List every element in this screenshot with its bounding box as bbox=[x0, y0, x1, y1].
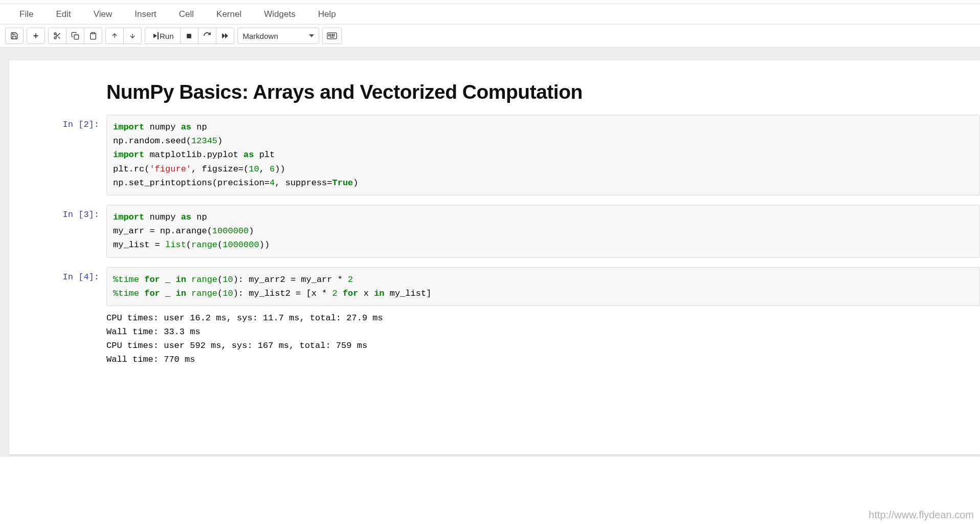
code-input[interactable]: import numpy as np np.random.seed(12345)… bbox=[106, 115, 980, 195]
plus-icon bbox=[32, 32, 39, 39]
code-input[interactable]: import numpy as np my_arr = np.arange(10… bbox=[106, 205, 980, 258]
cell-type-select[interactable]: Markdown bbox=[237, 28, 319, 44]
menu-edit[interactable]: Edit bbox=[44, 9, 82, 19]
cell-type-wrap: Markdown bbox=[237, 28, 319, 44]
edit-group bbox=[48, 28, 102, 44]
notebook-title: NumPy Basics: Arrays and Vectorized Comp… bbox=[106, 81, 980, 105]
cell-prompt: In [3]: bbox=[9, 205, 106, 258]
cell-prompt: In [2]: bbox=[9, 115, 106, 195]
code-cell-2[interactable]: In [3]: import numpy as np my_arr = np.a… bbox=[9, 205, 980, 258]
menu-help[interactable]: Help bbox=[307, 9, 347, 19]
run-icon bbox=[151, 32, 158, 39]
cell-prompt bbox=[9, 81, 106, 105]
restart-icon bbox=[203, 32, 211, 40]
svg-marker-15 bbox=[225, 33, 228, 39]
svg-point-21 bbox=[328, 35, 329, 36]
save-icon bbox=[10, 32, 18, 40]
svg-rect-8 bbox=[92, 32, 94, 34]
jupyter-logo-partial bbox=[5, 0, 31, 3]
markdown-cell[interactable]: NumPy Basics: Arrays and Vectorized Comp… bbox=[9, 81, 980, 105]
svg-rect-13 bbox=[187, 34, 191, 38]
svg-point-17 bbox=[328, 34, 329, 35]
paste-icon bbox=[89, 32, 97, 40]
menu-cell[interactable]: Cell bbox=[168, 9, 205, 19]
svg-point-22 bbox=[330, 35, 330, 36]
restart-run-all-button[interactable] bbox=[216, 28, 234, 44]
svg-point-2 bbox=[54, 33, 56, 35]
stop-icon bbox=[186, 33, 192, 39]
menu-widgets[interactable]: Widgets bbox=[253, 9, 306, 19]
cut-button[interactable] bbox=[48, 28, 66, 44]
command-palette-button[interactable] bbox=[322, 28, 342, 44]
keyboard-icon bbox=[327, 32, 337, 39]
arrow-up-icon bbox=[111, 32, 118, 39]
insert-cell-button[interactable] bbox=[27, 28, 45, 44]
move-up-button[interactable] bbox=[105, 28, 124, 44]
move-down-button[interactable] bbox=[123, 28, 142, 44]
menu-file[interactable]: File bbox=[10, 9, 44, 19]
notebook-container: NumPy Basics: Arrays and Vectorized Comp… bbox=[0, 48, 980, 457]
menu-view[interactable]: View bbox=[82, 9, 124, 19]
code-input[interactable]: %time for _ in range(10): my_arr2 = my_a… bbox=[106, 267, 980, 306]
scissors-icon bbox=[53, 32, 61, 40]
run-label: Run bbox=[160, 32, 174, 40]
copy-button[interactable] bbox=[66, 28, 84, 44]
restart-button[interactable] bbox=[198, 28, 216, 44]
svg-marker-14 bbox=[222, 33, 225, 39]
run-button[interactable]: Run bbox=[145, 28, 181, 44]
move-group bbox=[105, 28, 142, 44]
paste-button[interactable] bbox=[84, 28, 102, 44]
cell-output: CPU times: user 16.2 ms, sys: 11.7 ms, t… bbox=[106, 306, 980, 367]
svg-point-3 bbox=[54, 37, 56, 39]
fast-forward-icon bbox=[221, 32, 229, 39]
menu-insert[interactable]: Insert bbox=[123, 9, 168, 19]
arrow-down-icon bbox=[129, 32, 136, 39]
svg-marker-12 bbox=[153, 34, 157, 38]
code-cell-1[interactable]: In [2]: import numpy as np np.random.see… bbox=[9, 115, 980, 195]
svg-line-6 bbox=[56, 34, 57, 36]
notebook: NumPy Basics: Arrays and Vectorized Comp… bbox=[9, 60, 980, 454]
svg-point-24 bbox=[333, 35, 334, 36]
save-button[interactable] bbox=[5, 28, 24, 44]
cell-prompt: In [4]: bbox=[9, 267, 106, 367]
svg-point-19 bbox=[332, 34, 332, 35]
code-cell-3[interactable]: In [4]: %time for _ in range(10): my_arr… bbox=[9, 267, 980, 367]
toolbar: Run Markdown bbox=[0, 25, 980, 48]
menu-kernel[interactable]: Kernel bbox=[205, 9, 253, 19]
header-strip bbox=[0, 0, 980, 4]
svg-rect-7 bbox=[74, 35, 79, 39]
svg-point-18 bbox=[330, 34, 330, 35]
svg-point-20 bbox=[333, 34, 334, 35]
run-group: Run bbox=[145, 28, 234, 44]
copy-icon bbox=[71, 32, 79, 40]
svg-point-23 bbox=[332, 35, 332, 36]
interrupt-button[interactable] bbox=[180, 28, 198, 44]
svg-line-5 bbox=[58, 37, 60, 39]
menubar: File Edit View Insert Cell Kernel Widget… bbox=[0, 4, 980, 25]
